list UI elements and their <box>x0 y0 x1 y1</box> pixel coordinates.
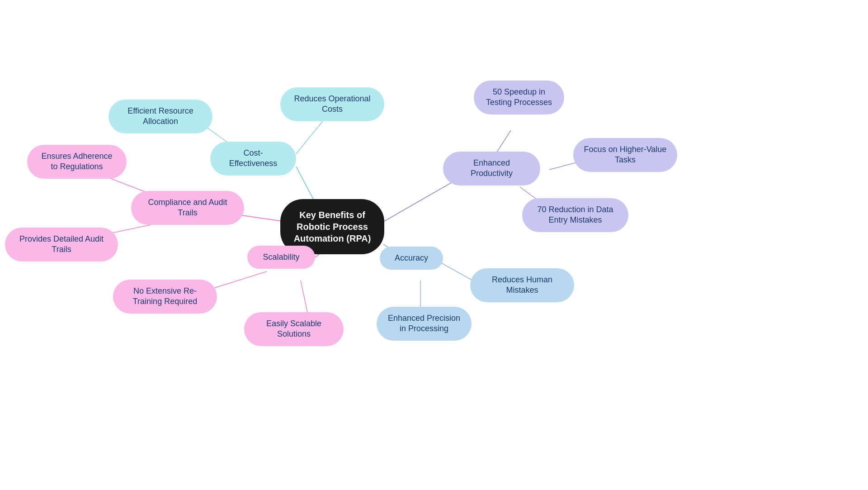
node-speedup-testing: 50 Speedup in Testing Processes <box>474 81 564 114</box>
svg-line-12 <box>383 181 454 222</box>
node-enhanced-productivity: Enhanced Productivity <box>443 152 540 186</box>
node-provides-audit-trails: Provides Detailed Audit Trails <box>5 228 118 262</box>
node-no-retraining: No Extensive Re-Training Required <box>113 280 217 314</box>
svg-line-8 <box>301 281 307 312</box>
node-reduces-human-mistakes: Reduces Human Mistakes <box>470 268 574 302</box>
node-cost-effectiveness: Cost-Effectiveness <box>210 142 296 176</box>
node-efficient-resource-allocation: Efficient Resource Allocation <box>108 100 212 133</box>
node-scalability: Scalability <box>247 246 315 269</box>
node-reduction-data-entry: 70 Reduction in Data Entry Mistakes <box>522 198 628 232</box>
node-focus-higher-value: Focus on Higher-Value Tasks <box>573 138 677 172</box>
node-compliance-audit-trails: Compliance and Audit Trails <box>131 191 244 225</box>
node-easily-scalable: Easily Scalable Solutions <box>244 312 344 346</box>
node-ensures-adherence: Ensures Adherence to Regulations <box>27 145 127 179</box>
node-enhanced-precision: Enhanced Precision in Processing <box>377 307 472 341</box>
svg-line-14 <box>549 162 579 170</box>
node-accuracy: Accuracy <box>380 247 443 270</box>
node-reduces-operational-costs: Reduces Operational Costs <box>280 87 384 121</box>
